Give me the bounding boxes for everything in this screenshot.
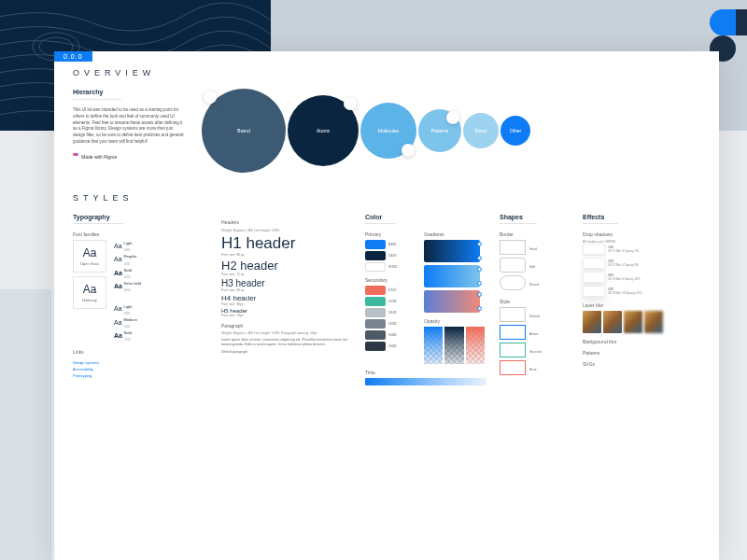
shadow-sample: 400X0 Y8 Blur 16 Opacity 25% <box>583 286 671 297</box>
styles-title: STYLES <box>73 193 700 203</box>
color-swatch: B300 <box>365 240 416 249</box>
figma-icon <box>73 153 78 161</box>
font-weights-1: AaLight300AaRegular400AaBold600AaExtra b… <box>114 240 141 343</box>
overview-section: OVERVIEW Hierarchy This UI kit was inten… <box>73 68 700 173</box>
layer-blur-samples <box>583 311 671 333</box>
hierarchy-desc: This UI kit was intended to be used as a… <box>73 107 185 146</box>
shadow-sample: 200X0 Y2 Blur 4 Opacity 8% <box>583 258 671 269</box>
color-swatch: D400 <box>365 251 416 260</box>
tints-bar <box>365 378 486 385</box>
left-bg-panel <box>0 289 51 560</box>
link-item[interactable]: Accessibility <box>73 367 208 371</box>
color-swatch: G300 <box>365 330 416 340</box>
shapes-title: Shapes <box>500 214 537 224</box>
shapes-column: Shapes Border HardSoftRound Style Defaul… <box>500 214 570 385</box>
font-family-opensans: Aa Open Sans <box>73 240 106 273</box>
color-swatch: W100 <box>365 262 416 272</box>
links-label: Links <box>73 349 208 355</box>
styles-section: STYLES Typography Font families Aa Open … <box>73 193 700 385</box>
links-list: Design systemsAccessibilityPrototyping <box>73 360 208 378</box>
color-title: Color <box>365 214 396 224</box>
hierarchy-circle: Patterns <box>418 109 461 152</box>
document-page: 0.0.0 OVERVIEW Hierarchy This UI kit was… <box>54 51 719 560</box>
link-item[interactable]: Design systems <box>73 360 208 365</box>
made-with-figma: Made with Figma <box>73 153 185 161</box>
color-swatch: G400 <box>365 342 416 351</box>
typography-column: Typography Font families Aa Open Sans Aa… <box>73 214 208 385</box>
shadow-sample: 100X0 Y1 Blur 3 Opacity 5% <box>583 244 671 255</box>
color-swatch: G200 <box>365 319 416 329</box>
hierarchy-title: Hierarchy <box>73 89 121 100</box>
link-item[interactable]: Prototyping <box>73 373 208 378</box>
h1-sample: H1 header <box>221 234 352 253</box>
h4-sample: H4 header <box>221 294 352 302</box>
headers-column: Headers Weight: Regular | 400 Line heigh… <box>221 214 352 385</box>
version-badge: 0.0.0 <box>54 51 92 62</box>
hierarchy-circle: Other <box>500 116 530 146</box>
gradient-swatch <box>424 240 480 262</box>
color-column: Color Primary B300D400W100 Secondary R10… <box>365 214 486 385</box>
hierarchy-circles: BrandAtomsMoleculesPatternsFlowsOther <box>202 89 700 173</box>
shadow-sample: 300X0 Y4 Blur 8 Opacity 10% <box>583 272 671 283</box>
color-swatch: G200 <box>365 297 416 306</box>
overview-title: OVERVIEW <box>73 68 700 77</box>
font-family-raleway: Aa Raleway <box>73 276 106 309</box>
h3-sample: H3 header <box>221 278 352 288</box>
color-swatch: G100 <box>365 308 416 317</box>
hierarchy-circle: Flows <box>463 113 499 148</box>
typography-title: Typography <box>73 214 124 224</box>
hierarchy-circle: Molecules <box>360 103 416 159</box>
opacity-samples <box>424 327 485 364</box>
h2-sample: H2 header <box>221 259 352 273</box>
gradient-swatch <box>424 290 480 313</box>
hierarchy-circle: Brand <box>202 89 286 173</box>
gradient-swatch <box>424 265 480 287</box>
effects-column: Effects Drop shadows All shadows use: #0… <box>583 214 671 385</box>
color-swatch: R100 <box>365 286 416 295</box>
hierarchy-circle: Atoms <box>288 95 359 166</box>
effects-title: Effects <box>583 214 618 224</box>
